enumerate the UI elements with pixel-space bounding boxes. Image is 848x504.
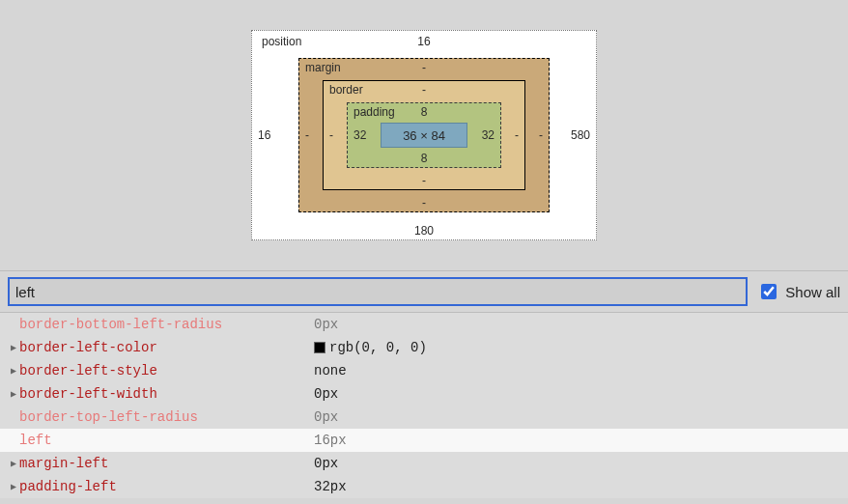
- show-all-checkbox[interactable]: [761, 284, 777, 299]
- disclosure-triangle-icon[interactable]: ▶: [8, 342, 19, 353]
- box-content-size[interactable]: 36 × 84: [381, 123, 467, 148]
- prop-name: border-bottom-left-radius: [19, 317, 314, 332]
- color-swatch-icon[interactable]: [314, 342, 325, 353]
- prop-row-padding-left[interactable]: ▶padding-left32px: [0, 475, 848, 498]
- prop-name: border-left-color: [19, 340, 314, 355]
- prop-row-left[interactable]: left16px: [0, 429, 848, 452]
- prop-value: 0px: [314, 456, 338, 471]
- box-margin-left[interactable]: -: [305, 128, 309, 142]
- prop-name: margin-left: [19, 456, 314, 471]
- prop-value: none: [314, 363, 347, 378]
- show-all-label: Show all: [785, 284, 840, 300]
- prop-row-border-top-left-radius[interactable]: border-top-left-radius0px: [0, 406, 848, 429]
- box-margin-top[interactable]: -: [422, 61, 426, 74]
- prop-value-text: 0px: [314, 317, 338, 332]
- filter-input[interactable]: [8, 277, 748, 306]
- box-position-left[interactable]: 16: [258, 128, 270, 142]
- prop-value-text: none: [314, 363, 347, 378]
- prop-value: 0px: [314, 409, 338, 425]
- box-margin-bottom[interactable]: -: [422, 196, 426, 210]
- prop-value: rgb(0, 0, 0): [314, 340, 427, 355]
- box-position-bottom[interactable]: 180: [414, 224, 434, 238]
- box-padding-right[interactable]: 32: [482, 128, 495, 142]
- computed-property-list: border-bottom-left-radius0px▶border-left…: [0, 313, 848, 498]
- box-margin-right[interactable]: -: [539, 128, 543, 142]
- disclosure-triangle-icon[interactable]: ▶: [8, 388, 19, 400]
- prop-value: 32px: [314, 479, 347, 494]
- prop-row-border-left-width[interactable]: ▶border-left-width0px: [0, 382, 848, 406]
- prop-value-text: 32px: [314, 479, 347, 494]
- box-padding-bottom[interactable]: 8: [421, 152, 428, 165]
- box-position[interactable]: position 16 580 180 16 margin - - - - bo…: [251, 30, 597, 240]
- box-border-left[interactable]: -: [329, 128, 333, 142]
- prop-name: left: [19, 433, 314, 448]
- box-padding-left[interactable]: 32: [353, 128, 366, 142]
- box-model-viewer: position 16 580 180 16 margin - - - - bo…: [0, 0, 848, 270]
- prop-name: border-left-style: [19, 363, 314, 378]
- box-border-right[interactable]: -: [515, 128, 519, 142]
- prop-row-border-left-color[interactable]: ▶border-left-colorrgb(0, 0, 0): [0, 336, 848, 359]
- prop-row-border-left-style[interactable]: ▶border-left-stylenone: [0, 359, 848, 382]
- prop-value-text: 0px: [314, 386, 338, 402]
- prop-name: padding-left: [19, 479, 314, 494]
- prop-value: 0px: [314, 317, 338, 332]
- prop-row-margin-left[interactable]: ▶margin-left0px: [0, 452, 848, 475]
- prop-value-text: 0px: [314, 409, 338, 425]
- box-margin[interactable]: margin - - - - border - - - - padding 8 …: [298, 58, 550, 212]
- prop-value: 16px: [314, 433, 347, 448]
- box-padding-label: padding: [353, 105, 395, 119]
- prop-value-text: rgb(0, 0, 0): [329, 340, 427, 355]
- box-position-top[interactable]: 16: [417, 35, 430, 48]
- box-padding-top[interactable]: 8: [421, 105, 428, 119]
- prop-value-text: 0px: [314, 456, 338, 471]
- box-border-bottom[interactable]: -: [422, 174, 426, 187]
- disclosure-triangle-icon[interactable]: ▶: [8, 481, 19, 492]
- box-border-label: border: [329, 83, 363, 97]
- show-all-toggle[interactable]: Show all: [757, 281, 840, 302]
- box-border[interactable]: border - - - - padding 8 32 8 32 36 × 84: [323, 80, 525, 190]
- box-margin-label: margin: [305, 61, 341, 74]
- filter-bar: Show all: [0, 270, 848, 313]
- prop-row-border-bottom-left-radius[interactable]: border-bottom-left-radius0px: [0, 313, 848, 336]
- box-padding[interactable]: padding 8 32 8 32 36 × 84: [347, 102, 501, 168]
- box-position-label: position: [262, 35, 301, 48]
- prop-name: border-top-left-radius: [19, 409, 314, 425]
- disclosure-triangle-icon[interactable]: ▶: [8, 365, 19, 377]
- disclosure-triangle-icon[interactable]: ▶: [8, 458, 19, 469]
- prop-value-text: 16px: [314, 433, 347, 448]
- box-position-right[interactable]: 580: [571, 128, 590, 142]
- prop-value: 0px: [314, 386, 338, 402]
- prop-name: border-left-width: [19, 386, 314, 402]
- box-border-top[interactable]: -: [422, 83, 426, 97]
